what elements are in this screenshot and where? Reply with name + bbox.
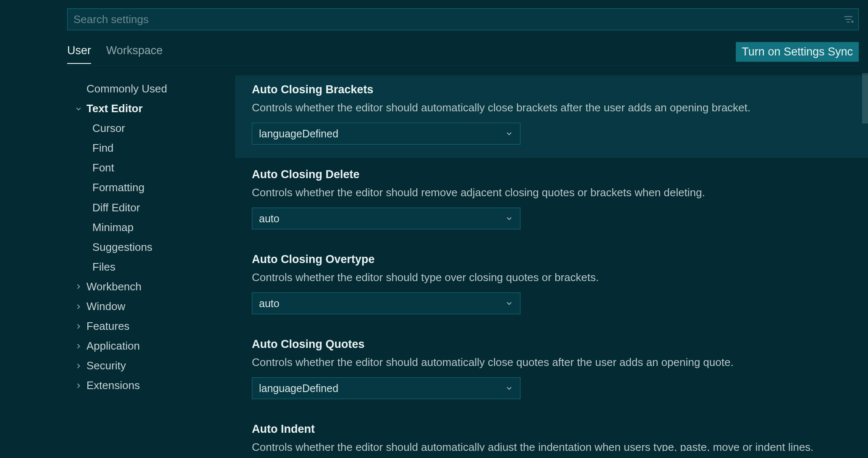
tree-item-files[interactable]: Files [67,257,235,277]
settings-body: Commonly Used Text Editor Cursor Find Fo… [67,73,868,451]
select-value: auto [259,297,280,310]
setting-auto-indent: Auto Indent Controls whether the editor … [235,413,868,451]
tree-label: Cursor [92,121,125,136]
setting-title: Auto Closing Delete [252,168,851,181]
scroll-shadow [235,73,868,76]
tree-label: Features [86,319,130,334]
setting-title: Auto Closing Quotes [252,338,851,351]
tree-item-suggestions[interactable]: Suggestions [67,237,235,257]
tree-label: Font [92,161,114,175]
tree-item-find[interactable]: Find [67,138,235,158]
setting-description: Controls whether the editor should type … [252,270,851,285]
tree-label: Find [92,141,114,155]
setting-description: Controls whether the editor should autom… [252,355,851,370]
settings-editor: User Workspace Turn on Settings Sync Com… [0,0,868,458]
tree-item-commonly-used[interactable]: Commonly Used [67,79,235,99]
settings-list[interactable]: Auto Closing Brackets Controls whether t… [235,73,868,451]
tree-item-workbench[interactable]: Workbench [67,277,235,297]
tree-item-window[interactable]: Window [67,297,235,316]
chevron-right-icon [71,342,86,350]
select-auto-closing-quotes[interactable]: languageDefined [252,377,520,399]
tree-label: Formatting [92,180,144,195]
setting-description: Controls whether the editor should autom… [252,440,851,451]
tabs-row: User Workspace Turn on Settings Sync [67,42,859,66]
search-bar [67,8,859,30]
tree-item-text-editor[interactable]: Text Editor [67,99,235,118]
chevron-down-icon [505,384,513,392]
tab-label: Workspace [106,44,163,57]
tree-label: Application [86,339,140,353]
setting-title: Auto Closing Brackets [252,83,851,96]
chevron-right-icon [71,303,86,311]
chevron-right-icon [71,322,86,331]
chevron-right-icon [71,282,86,291]
chevron-down-icon [505,214,513,223]
tree-item-formatting[interactable]: Formatting [67,178,235,197]
select-value: languageDefined [259,382,338,395]
tree-label: Files [92,260,115,274]
chevron-right-icon [71,362,86,370]
setting-description: Controls whether the editor should autom… [252,100,851,115]
tree-item-security[interactable]: Security [67,356,235,376]
settings-sync-button[interactable]: Turn on Settings Sync [736,42,859,62]
tree-item-minimap[interactable]: Minimap [67,218,235,237]
filter-icon[interactable] [843,14,854,25]
tree-item-cursor[interactable]: Cursor [67,118,235,138]
tree-item-application[interactable]: Application [67,336,235,356]
tab-workspace[interactable]: Workspace [106,44,163,63]
scrollbar-thumb[interactable] [862,73,868,124]
setting-description: Controls whether the editor should remov… [252,185,851,200]
chevron-down-icon [71,105,86,113]
setting-title: Auto Closing Overtype [252,253,851,266]
tree-item-features[interactable]: Features [67,316,235,336]
button-label: Turn on Settings Sync [742,45,853,58]
setting-auto-closing-delete: Auto Closing Delete Controls whether the… [235,158,868,243]
chevron-down-icon [505,129,513,138]
tree-label: Workbench [86,279,141,294]
select-value: auto [259,213,280,225]
settings-tree: Commonly Used Text Editor Cursor Find Fo… [67,73,235,451]
tree-label: Security [86,358,126,373]
tree-item-extensions[interactable]: Extensions [67,376,235,395]
tree-item-font[interactable]: Font [67,158,235,178]
select-value: languageDefined [259,128,338,140]
tree-label: Minimap [92,220,133,235]
search-input[interactable] [67,8,859,30]
tab-label: User [67,44,91,57]
setting-title: Auto Indent [252,423,851,436]
setting-auto-closing-brackets: Auto Closing Brackets Controls whether t… [235,73,868,158]
setting-auto-closing-quotes: Auto Closing Quotes Controls whether the… [235,328,868,413]
tab-user[interactable]: User [67,44,91,64]
select-auto-closing-overtype[interactable]: auto [252,292,520,314]
tree-label: Commonly Used [86,82,167,96]
tree-label: Text Editor [86,101,143,116]
tree-label: Suggestions [92,240,152,255]
tree-label: Window [86,299,125,314]
select-auto-closing-brackets[interactable]: languageDefined [252,123,520,145]
select-auto-closing-delete[interactable]: auto [252,208,520,229]
tree-label: Diff Editor [92,200,140,215]
tree-label: Extensions [86,378,140,393]
setting-auto-closing-overtype: Auto Closing Overtype Controls whether t… [235,243,868,328]
chevron-right-icon [71,382,86,390]
chevron-down-icon [505,299,513,308]
tree-item-diff-editor[interactable]: Diff Editor [67,198,235,218]
